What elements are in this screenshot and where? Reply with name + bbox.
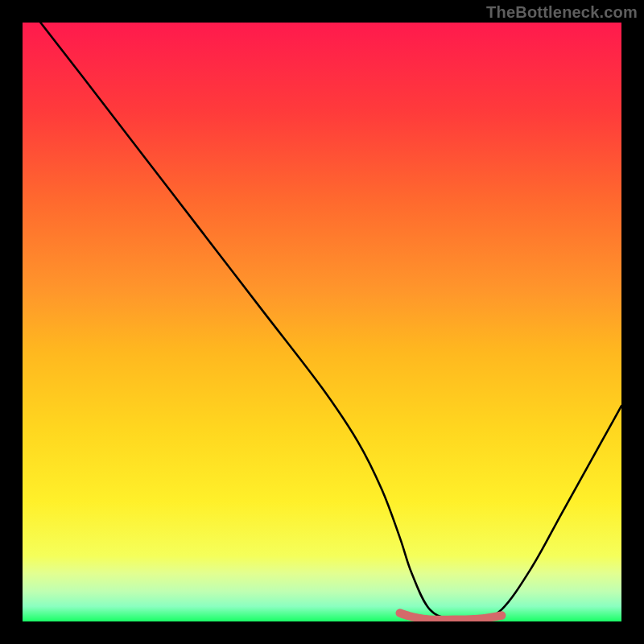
bottleneck-curve <box>40 23 621 621</box>
plot-area <box>23 23 621 621</box>
curve-layer <box>23 23 621 621</box>
highlight-segment <box>400 613 502 621</box>
chart-stage: TheBottleneck.com <box>0 0 644 644</box>
watermark-label: TheBottleneck.com <box>486 3 638 22</box>
